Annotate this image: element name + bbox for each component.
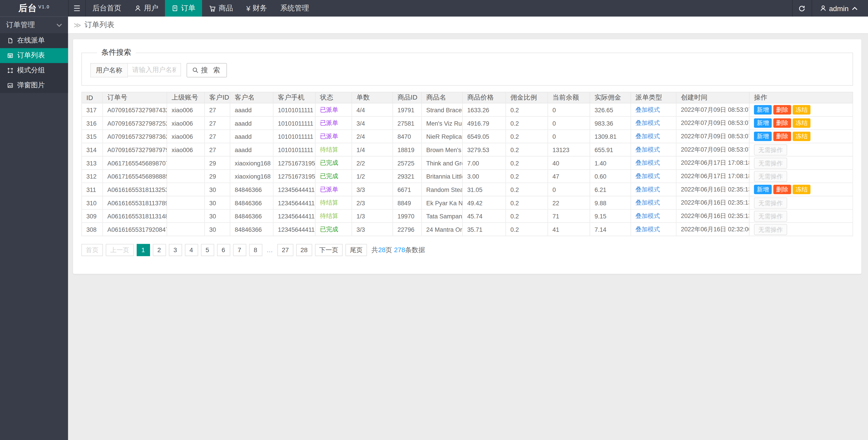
add-button[interactable]: 新增: [754, 119, 772, 128]
cell-product-id: 22796: [393, 223, 422, 236]
table-row: 311 A06161655318113253 30 84846366 12345…: [82, 183, 852, 196]
cell-balance: 0: [548, 130, 590, 143]
search-panel-title: 条件搜索: [97, 47, 136, 58]
freeze-button[interactable]: 冻结: [793, 185, 810, 194]
cell-customer-id: 30: [205, 209, 230, 223]
page-number[interactable]: 7: [233, 244, 246, 256]
page-last[interactable]: 尾页: [345, 244, 367, 256]
dispatch-type-link[interactable]: 叠加模式: [636, 226, 660, 232]
no-action-button: 无需操作: [754, 224, 787, 235]
cell-product-id: 8470: [393, 130, 422, 143]
dispatch-type-link[interactable]: 叠加模式: [636, 159, 660, 166]
main-nav: 后台首页 用户 订单 商品 ¥ 财务 系统管理: [86, 0, 316, 16]
cell-product-name: Tata Sampann ...: [422, 209, 463, 223]
cell-id: 313: [82, 156, 103, 170]
dispatch-type-link[interactable]: 叠加模式: [636, 146, 660, 153]
freeze-button[interactable]: 冻结: [793, 132, 810, 141]
delete-button[interactable]: 删除: [773, 105, 791, 114]
add-button[interactable]: 新增: [754, 185, 772, 194]
cell-customer-name: 84846366: [230, 209, 273, 223]
add-button[interactable]: 新增: [754, 132, 772, 141]
sidebar-group-order-management[interactable]: 订单管理: [0, 16, 68, 33]
freeze-button[interactable]: 冻结: [793, 105, 810, 114]
sidebar-item-mode-group[interactable]: 模式分组: [0, 63, 68, 78]
sidebar-item-popup-image[interactable]: 弹窗图片: [0, 78, 68, 93]
cell-product-name: NieR Replicant...: [422, 130, 463, 143]
cell-customer-name: aaadd: [230, 103, 273, 116]
dispatch-type-link[interactable]: 叠加模式: [636, 120, 660, 126]
delete-button[interactable]: 删除: [773, 119, 791, 128]
dispatch-type-link[interactable]: 叠加模式: [636, 186, 660, 192]
cell-product-name: Brown Men's ...: [422, 143, 463, 157]
orders-table: ID订单号上级账号客户ID客户名客户手机状态单数商品ID商品名商品价格佣金比例当…: [81, 92, 853, 236]
sidebar-item-online-dispatch[interactable]: 在线派单: [0, 33, 68, 48]
cell-count: 1/2: [352, 170, 393, 183]
cell-commission-ratio: 0.2: [505, 209, 548, 223]
freeze-button[interactable]: 冻结: [793, 119, 810, 128]
search-button[interactable]: 搜 索: [187, 63, 227, 78]
cell-count: 1/4: [352, 143, 393, 157]
cell-actual-commission: 326.65: [590, 103, 631, 116]
page-number[interactable]: 8: [249, 244, 262, 256]
column-header: 上级账号: [167, 92, 205, 103]
nav-item-orders[interactable]: 订单: [165, 0, 202, 16]
delete-button[interactable]: 删除: [773, 132, 791, 141]
page-number[interactable]: 2: [152, 244, 166, 256]
cell-price: 7.00: [463, 156, 506, 170]
cell-id: 315: [82, 130, 103, 143]
cell-product-name: Strand Bracele...: [422, 103, 463, 116]
refresh-icon[interactable]: [792, 0, 812, 16]
page-number[interactable]: 3: [168, 244, 182, 256]
nav-item-system[interactable]: 系统管理: [274, 0, 316, 16]
row-actions: 新增删除冻结: [749, 183, 853, 196]
dispatch-type-link[interactable]: 叠加模式: [636, 212, 660, 219]
cell-balance: 47: [548, 170, 590, 183]
cell-actual-commission: 0.60: [590, 170, 631, 183]
cell-order-no: A06161655317920847: [103, 223, 167, 236]
nav-item-finance[interactable]: ¥ 财务: [240, 0, 274, 16]
page-number[interactable]: 1: [136, 244, 150, 256]
page-number[interactable]: 6: [217, 244, 230, 256]
order-doc-icon: [172, 5, 178, 11]
add-button[interactable]: 新增: [754, 105, 772, 114]
page-number[interactable]: 4: [185, 244, 198, 256]
delete-button[interactable]: 删除: [773, 185, 791, 194]
dispatch-type-link[interactable]: 叠加模式: [636, 133, 660, 139]
cell-customer-id: 30: [205, 223, 230, 236]
user-menu[interactable]: admin: [812, 0, 868, 16]
cell-created-time: 2022年06月16日 02:35:13: [676, 183, 749, 196]
page-number[interactable]: 28: [296, 244, 312, 256]
cell-order-no: A07091657327987252: [103, 116, 167, 130]
column-header: 创建时间: [676, 92, 749, 103]
cell-actual-commission: 655.91: [590, 143, 631, 157]
nav-item-products[interactable]: 商品: [202, 0, 240, 16]
page-next[interactable]: 下一页: [315, 244, 343, 256]
page-number[interactable]: 27: [277, 244, 293, 256]
cell-parent-account: xiao006: [167, 116, 205, 130]
column-header: 商品价格: [463, 92, 506, 103]
nav-item-users[interactable]: 用户: [128, 0, 165, 16]
dispatch-type-link[interactable]: 叠加模式: [636, 172, 660, 179]
column-header: 商品名: [422, 92, 463, 103]
group-icon: [7, 67, 13, 74]
cell-commission-ratio: 0.2: [505, 116, 548, 130]
sidebar-item-order-list[interactable]: 订单列表: [0, 48, 68, 63]
list-icon: [7, 53, 13, 59]
hamburger-icon[interactable]: ☰: [68, 0, 86, 16]
cell-count: 3/3: [352, 223, 393, 236]
row-actions: 无需操作: [749, 170, 853, 183]
dispatch-type-link[interactable]: 叠加模式: [636, 199, 660, 206]
username-search-input[interactable]: [128, 63, 181, 76]
cell-commission-ratio: 0.2: [505, 223, 548, 236]
status-badge: 已派单: [320, 106, 338, 113]
page-number[interactable]: 5: [201, 244, 214, 256]
cell-customer-id: 30: [205, 183, 230, 196]
cell-customer-id: 27: [205, 143, 230, 157]
cell-actual-commission: 983.36: [590, 116, 631, 130]
nav-item-dashboard[interactable]: 后台首页: [86, 0, 128, 16]
admin-app: 后台 V1.0 ☰ 后台首页 用户 订单 商品 ¥ 财务: [0, 0, 868, 440]
dispatch-type-link[interactable]: 叠加模式: [636, 106, 660, 113]
cell-customer-phone: 12345644411: [273, 209, 315, 223]
order-list-card: 条件搜索 用户名称 搜 索: [73, 39, 862, 274]
column-header: ID: [82, 92, 103, 103]
